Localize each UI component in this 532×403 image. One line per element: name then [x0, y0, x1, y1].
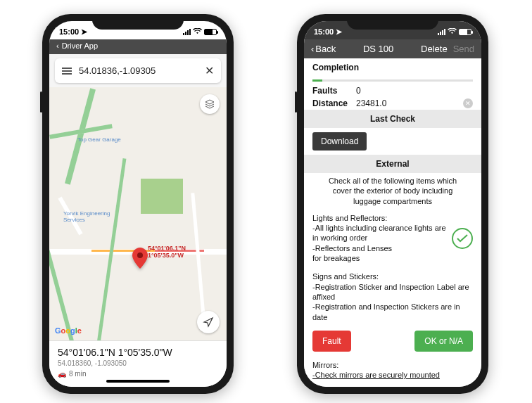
location-arrow-icon: ➤ — [336, 27, 342, 37]
check-item-lights: Lights and Reflectors: -All lights inclu… — [304, 209, 481, 267]
signal-icon — [438, 29, 445, 35]
distance-label: Distance — [312, 98, 356, 108]
distance-value[interactable]: 23481.0 — [356, 98, 463, 108]
send-button[interactable]: Send — [453, 44, 474, 54]
check-item-mirrors: Mirrors: -Check mirrors are securely mou… — [304, 356, 481, 385]
download-button[interactable]: Download — [312, 132, 367, 151]
clear-distance-icon[interactable]: ✕ — [463, 98, 473, 108]
eta-row: 🚗 8 min — [58, 370, 218, 378]
checkmark-icon[interactable] — [452, 228, 473, 249]
status-time: 15:00 — [314, 27, 334, 36]
search-box[interactable]: 54.01836,-1.09305 ✕ — [55, 58, 221, 83]
completion-label: Completion — [312, 63, 359, 72]
ok-button[interactable]: OK or N/A — [414, 331, 473, 352]
car-icon: 🚗 — [58, 370, 66, 378]
map-canvas[interactable]: Top Gear Garage Yorvik Engineering Servi… — [49, 87, 227, 340]
eta-text: 8 min — [69, 370, 86, 378]
navigation-arrow-icon — [203, 316, 214, 328]
nav-title: DS 100 — [336, 44, 421, 54]
faults-label: Faults — [312, 86, 356, 96]
menu-icon[interactable] — [62, 68, 72, 75]
faults-value: 0 — [356, 86, 473, 96]
battery-icon — [204, 29, 217, 35]
layers-icon — [205, 99, 215, 109]
check-item-signs: Signs and Stickers: -Registration Sticke… — [304, 267, 481, 326]
chevron-left-icon: ‹ — [311, 44, 314, 54]
clear-icon[interactable]: ✕ — [205, 64, 214, 77]
search-input[interactable]: 54.01836,-1.09305 — [79, 65, 198, 76]
section-header-lastcheck: Last Check — [304, 110, 481, 128]
map-pin-icon[interactable] — [132, 248, 148, 271]
bottom-sheet[interactable]: 54°01'06.1"N 1°05'35.0"W 54.018360, -1.0… — [49, 340, 227, 387]
recenter-button[interactable] — [197, 311, 220, 333]
phone-map: 15:00 ➤ ‹ Driver App 54.01836,-1 — [42, 14, 234, 394]
poi-label[interactable]: Yorvik Engineering Services — [63, 210, 110, 223]
battery-icon — [459, 29, 471, 35]
pin-coordinates: 54°01'06.1"N 1°05'35.0"W — [148, 245, 186, 260]
poi-label[interactable]: Top Gear Garage — [77, 136, 121, 143]
app-header: ‹ Driver App — [49, 39, 227, 54]
section-header-external: External — [304, 155, 481, 173]
phone-form: 15:00 ➤ ‹ Back DS 100 Delete S — [297, 14, 488, 394]
signal-icon — [183, 29, 191, 35]
app-title: Driver App — [62, 41, 98, 50]
coord-secondary: 54.018360, -1.093050 — [58, 359, 218, 367]
location-arrow-icon: ➤ — [81, 27, 87, 37]
progress-bar — [312, 79, 473, 82]
section-description: Check all of the following items which c… — [304, 173, 481, 209]
fault-button[interactable]: Fault — [312, 331, 351, 352]
google-logo: Google — [55, 326, 82, 335]
status-time: 15:00 — [59, 27, 79, 36]
wifi-icon — [193, 27, 202, 36]
coord-primary: 54°01'06.1"N 1°05'35.0"W — [58, 347, 218, 358]
back-button[interactable]: ‹ Back — [311, 44, 336, 54]
delete-button[interactable]: Delete — [421, 44, 448, 54]
layers-button[interactable] — [200, 94, 220, 114]
home-indicator[interactable] — [106, 380, 170, 383]
svg-point-0 — [137, 252, 143, 258]
nav-bar: ‹ Back DS 100 Delete Send — [304, 39, 481, 58]
chevron-left-icon[interactable]: ‹ — [56, 41, 59, 50]
wifi-icon — [448, 27, 457, 36]
